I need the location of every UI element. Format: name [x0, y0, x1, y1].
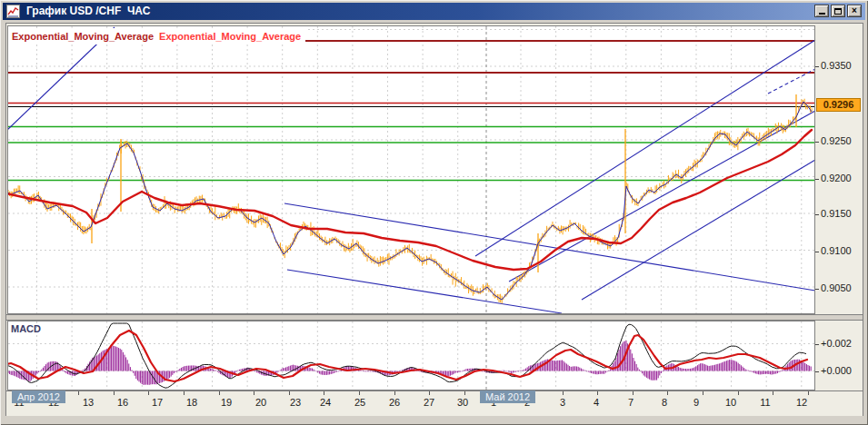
title-bar[interactable]: График USD /CHF ЧАС × — [3, 3, 865, 20]
time-axis-tick — [78, 391, 79, 395]
time-axis-tick — [808, 391, 809, 395]
minimize-button[interactable] — [814, 5, 829, 17]
date-label: 17 — [145, 397, 169, 408]
time-axis-tick — [563, 391, 564, 395]
date-label: 11 — [753, 397, 777, 408]
price-axis-label: 0.9150 — [821, 208, 852, 219]
time-axis-tick — [219, 391, 220, 395]
date-label: 27 — [417, 397, 441, 408]
date-label: 19 — [215, 397, 238, 408]
date-label: 20 — [249, 397, 273, 408]
main-price-chart[interactable] — [7, 25, 816, 315]
date-label: 25 — [348, 397, 372, 408]
date-label: 30 — [451, 397, 474, 408]
time-axis-tick — [114, 391, 115, 395]
date-label: 10 — [719, 397, 743, 408]
time-axis-tick — [148, 391, 149, 395]
date-label: 8 — [653, 397, 676, 408]
maximize-button[interactable] — [831, 5, 845, 17]
ema1-label: Exponential_Moving_Average — [8, 31, 154, 42]
time-axis-tick — [667, 391, 668, 395]
window-title: График USD /CHF ЧАС — [26, 5, 150, 17]
chart-icon — [6, 5, 20, 18]
time-axis-tick — [429, 391, 430, 395]
price-axis-tick — [815, 252, 819, 252]
chart-window: График USD /CHF ЧАС × Exponential_Moving… — [0, 0, 868, 425]
maximize-icon — [834, 8, 842, 15]
macd-axis-label: +0.000 — [821, 365, 852, 376]
time-axis-tick — [773, 391, 773, 395]
time-axis-tick — [254, 391, 254, 395]
date-label: 4 — [584, 397, 608, 408]
date-label: 18 — [180, 397, 204, 408]
time-axis-tick — [464, 391, 465, 395]
close-icon: × — [852, 5, 857, 15]
macd-axis-tick — [815, 371, 819, 372]
date-label: 12 — [790, 397, 813, 408]
month-badge: Май 2012 — [480, 390, 535, 403]
date-label: 3 — [551, 397, 574, 408]
time-axis-tick — [597, 391, 598, 395]
date-label: 24 — [314, 397, 337, 408]
date-label: 16 — [111, 397, 135, 408]
price-axis-tick — [815, 214, 819, 215]
price-axis-tick — [815, 289, 819, 290]
macd-chart[interactable] — [7, 321, 816, 391]
date-label: 23 — [284, 397, 307, 408]
date-label: 9 — [684, 397, 708, 408]
panel-divider[interactable] — [6, 314, 863, 321]
price-axis-tick — [815, 179, 819, 180]
minimize-icon — [819, 13, 825, 15]
price-axis-label: 0.9350 — [821, 60, 852, 71]
time-axis-tick — [324, 391, 324, 395]
price-axis-label: 0.9100 — [821, 245, 852, 256]
time-axis-tick — [359, 391, 360, 395]
price-axis-label: 0.9200 — [821, 173, 852, 183]
macd-indicator-label: MACD — [11, 323, 41, 334]
current-price-tag: 0.9296 — [816, 98, 861, 112]
price-axis-tick — [815, 66, 819, 67]
time-axis-tick — [184, 391, 185, 395]
ema2-label: Exponential_Moving_Average — [154, 31, 301, 42]
price-axis-label: 0.9250 — [821, 135, 852, 146]
macd-axis-tick — [815, 344, 819, 345]
date-label: 7 — [619, 397, 643, 408]
price-axis-tick — [815, 142, 819, 143]
time-axis-tick — [633, 391, 634, 395]
time-axis-tick — [738, 391, 739, 395]
price-axis-label: 0.9050 — [821, 282, 852, 293]
date-label: 26 — [383, 397, 406, 408]
indicator-legend: Exponential_Moving_AverageExponential_Mo… — [8, 28, 305, 44]
chart-region — [5, 23, 863, 416]
date-label: 13 — [76, 397, 100, 408]
close-button[interactable]: × — [847, 5, 862, 17]
time-axis-tick — [703, 391, 703, 395]
month-badge: Апр 2012 — [12, 390, 65, 403]
macd-axis-label: +0.002 — [821, 338, 852, 349]
time-axis-tick — [394, 391, 395, 395]
time-axis-tick — [289, 391, 290, 395]
